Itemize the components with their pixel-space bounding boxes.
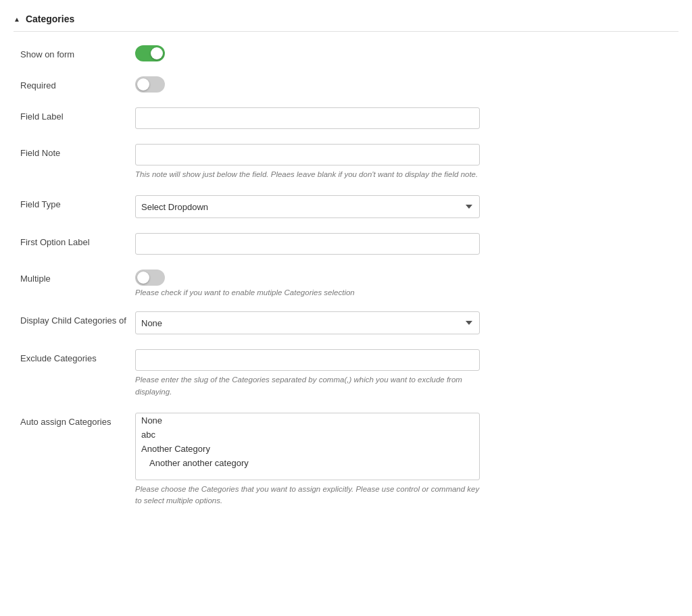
field-label-input[interactable] — [135, 107, 480, 129]
multiple-control: Please check if you want to enable mutip… — [135, 270, 480, 297]
exclude-categories-label: Exclude Categories — [20, 349, 135, 363]
required-label: Required — [20, 76, 135, 91]
first-option-label-label: First Option Label — [20, 233, 135, 247]
multiple-note: Please check if you want to enable mutip… — [135, 288, 480, 297]
first-option-label-control — [135, 233, 480, 255]
multiple-row: Multiple Please check if you want to ena… — [14, 270, 678, 297]
display-child-categories-label: Display Child Categories of — [20, 311, 135, 326]
field-type-label: Field Type — [20, 195, 135, 209]
show-on-form-toggle[interactable] — [135, 45, 165, 61]
auto-assign-categories-listbox[interactable]: None abc Another Category Another anothe… — [135, 413, 480, 480]
required-toggle[interactable] — [135, 76, 165, 93]
display-child-categories-select[interactable]: None abc Another Category Another anothe… — [135, 311, 480, 334]
field-label-control — [135, 107, 480, 129]
multiple-label: Multiple — [20, 270, 135, 284]
required-row: Required — [14, 76, 678, 93]
field-type-row: Field Type Select Dropdown Text Radio Ch… — [14, 195, 678, 218]
required-control — [135, 76, 480, 93]
collapse-triangle-icon[interactable]: ▲ — [14, 16, 20, 23]
display-child-categories-control: None abc Another Category Another anothe… — [135, 311, 480, 334]
field-note-help: This note will show just below the field… — [135, 169, 480, 180]
auto-assign-categories-control: None abc Another Category Another anothe… — [135, 413, 480, 507]
auto-assign-categories-row: Auto assign Categories None abc Another … — [14, 413, 678, 507]
section-title: Categories — [26, 14, 74, 24]
show-on-form-control — [135, 45, 480, 61]
field-type-control: Select Dropdown Text Radio Checkbox — [135, 195, 480, 218]
exclude-categories-control: Please enter the slug of the Categories … — [135, 349, 480, 398]
first-option-label-input[interactable] — [135, 233, 480, 255]
field-note-label: Field Note — [20, 144, 135, 158]
exclude-categories-help: Please enter the slug of the Categories … — [135, 374, 480, 398]
auto-assign-categories-help: Please choose the Categories that you wa… — [135, 484, 480, 507]
field-note-control: This note will show just below the field… — [135, 144, 480, 180]
show-on-form-row: Show on form — [14, 45, 678, 61]
display-child-categories-row: Display Child Categories of None abc Ano… — [14, 311, 678, 334]
section-header: ▲ Categories — [14, 7, 678, 32]
multiple-toggle[interactable] — [135, 270, 165, 286]
field-type-select[interactable]: Select Dropdown Text Radio Checkbox — [135, 195, 480, 218]
field-note-input[interactable] — [135, 144, 480, 165]
field-note-row: Field Note This note will show just belo… — [14, 144, 678, 180]
first-option-label-row: First Option Label — [14, 233, 678, 255]
field-label-row: Field Label — [14, 107, 678, 129]
exclude-categories-input[interactable] — [135, 349, 480, 371]
auto-assign-categories-label: Auto assign Categories — [20, 413, 135, 427]
field-label-label: Field Label — [20, 107, 135, 122]
exclude-categories-row: Exclude Categories Please enter the slug… — [14, 349, 678, 398]
page-container: ▲ Categories Show on form Required Field… — [0, 0, 692, 548]
show-on-form-label: Show on form — [20, 45, 135, 59]
